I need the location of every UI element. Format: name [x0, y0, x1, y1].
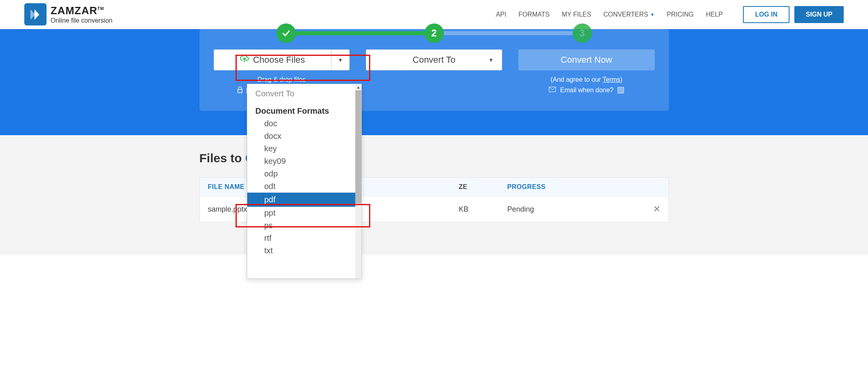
format-option-odp[interactable]: odp	[247, 168, 361, 180]
format-option-odt[interactable]: odt	[247, 180, 361, 193]
nav-myfiles[interactable]: MY FILES	[562, 11, 591, 18]
choose-files-label: Choose Files	[253, 55, 305, 65]
convert-now-button[interactable]: Convert Now	[518, 49, 655, 70]
email-when-done-label: Email when done?	[560, 87, 613, 94]
terms-link[interactable]: Terms	[603, 76, 620, 83]
format-option-docx[interactable]: docx	[247, 130, 361, 142]
upload-icon	[240, 55, 249, 65]
nav-converters[interactable]: CONVERTERS▼	[603, 11, 655, 18]
col-size-partial: ZE	[459, 183, 507, 191]
brand-tagline: Online file conversion	[51, 17, 112, 24]
choose-files-button[interactable]: Choose Files ▼	[214, 49, 350, 70]
main-nav: API FORMATS MY FILES CONVERTERS▼ PRICING…	[496, 6, 844, 23]
file-size-cell: KB	[459, 205, 507, 214]
email-when-done-checkbox[interactable]	[618, 87, 624, 93]
signup-button[interactable]: SIGN UP	[794, 6, 844, 23]
login-button[interactable]: LOG IN	[743, 6, 789, 23]
step-2-badge: 2	[424, 23, 444, 43]
dropdown-placeholder: Convert To	[247, 84, 361, 103]
scroll-up-arrow-icon[interactable]: ▲	[355, 84, 361, 90]
nav-formats[interactable]: FORMATS	[518, 11, 550, 18]
file-progress-cell: Pending	[507, 205, 644, 214]
nav-pricing[interactable]: PRICING	[667, 11, 694, 18]
format-option-rtf[interactable]: rtf	[247, 232, 361, 244]
caret-down-icon: ▼	[488, 57, 494, 63]
format-option-txt[interactable]: txt	[247, 244, 361, 255]
format-option-ps[interactable]: ps	[247, 219, 361, 232]
files-to-convert-section: Files to Convert FILE NAME ZE PROGRESS s…	[0, 135, 868, 255]
format-option-key09[interactable]: key09	[247, 155, 361, 168]
remove-file-button[interactable]: ✕	[653, 204, 660, 214]
col-progress: PROGRESS	[507, 183, 644, 191]
convert-to-dropdown[interactable]: ▲ Convert To Document Formats doc docx k…	[247, 84, 362, 255]
brand-name: ZAMZARTM	[51, 4, 112, 17]
nav-api[interactable]: API	[496, 11, 506, 18]
convert-to-label: Convert To	[413, 55, 456, 65]
step-3-badge: 3	[573, 23, 592, 43]
nav-help[interactable]: HELP	[706, 11, 723, 18]
terms-agree-text: (And agree to our Terms)	[550, 76, 622, 83]
dropdown-group-heading: Document Formats	[247, 103, 361, 117]
choose-files-caret[interactable]: ▼	[331, 50, 349, 70]
caret-down-icon: ▼	[650, 12, 655, 17]
step-1-done-icon	[276, 23, 296, 43]
conversion-panel: 2 3 Choose Files ▼ Drag & drop files	[0, 29, 868, 135]
scrollbar-thumb[interactable]	[355, 90, 361, 204]
format-option-pdf[interactable]: pdf	[247, 193, 361, 207]
logo-icon	[24, 3, 47, 25]
format-option-key[interactable]: key	[247, 142, 361, 155]
convert-to-dropdown-button[interactable]: Convert To ▼	[366, 49, 502, 70]
lock-icon	[237, 87, 243, 95]
email-icon	[549, 87, 556, 94]
steps-bar: 2 3	[276, 23, 592, 43]
format-option-ppt[interactable]: ppt	[247, 207, 361, 219]
format-option-doc[interactable]: doc	[247, 117, 361, 130]
logo-area[interactable]: ZAMZARTM Online file conversion	[24, 3, 112, 25]
drag-drop-hint: Drag & drop files	[257, 76, 306, 83]
